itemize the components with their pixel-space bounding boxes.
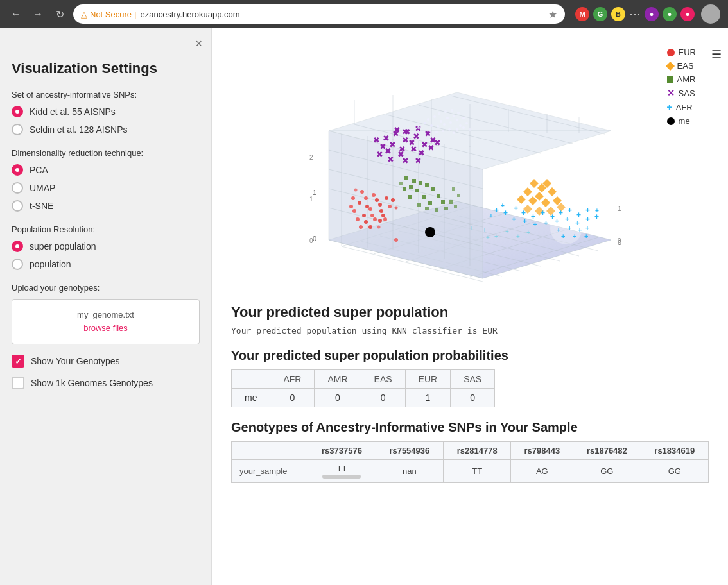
dim-radio-0[interactable] (12, 164, 23, 176)
snp-radio-0[interactable] (12, 106, 23, 117)
svg-point-113 (385, 196, 388, 200)
show-1k-checkbox[interactable] (12, 377, 24, 389)
url-text: ezancestry.herokuapp.com (140, 10, 239, 19)
snp-rs7554936: nan (376, 460, 443, 483)
svg-marker-152 (535, 192, 544, 201)
pop-radio-0[interactable] (12, 241, 23, 252)
svg-point-115 (368, 225, 372, 229)
bookmark-icon[interactable]: ★ (548, 8, 557, 21)
reload-button[interactable]: ↻ (51, 6, 68, 22)
prob-header-sas: SAS (451, 370, 495, 389)
svg-point-108 (356, 217, 360, 221)
snp-rs1876482: GG (573, 460, 641, 483)
back-button[interactable]: ← (8, 6, 24, 22)
dim-label-0: PCA (30, 165, 48, 175)
svg-point-70 (424, 122, 426, 124)
pop-option-0[interactable]: super population (12, 241, 200, 252)
svg-text:+: + (521, 208, 526, 217)
svg-text:0: 0 (309, 237, 313, 244)
show-genotypes-checkbox[interactable] (12, 355, 24, 368)
show-genotypes-label: Show Your Genotypes (31, 356, 120, 366)
snp-table-container[interactable]: rs3737576 rs7554936 rs2814778 rs798443 r… (231, 441, 709, 483)
svg-point-92 (438, 112, 440, 115)
svg-text:+: + (486, 234, 490, 241)
svg-text:+: + (541, 208, 545, 217)
svg-point-119 (391, 198, 395, 202)
svg-text:+: + (523, 217, 527, 226)
snp-radio-1[interactable] (12, 124, 23, 135)
svg-text:+: + (584, 232, 588, 240)
show-1k-checkbox-item[interactable]: Show 1k Genomes Genotypes (12, 377, 200, 389)
svg-text:✕: ✕ (380, 143, 385, 150)
svg-text:+: + (494, 206, 499, 215)
warning-icon: △ (81, 10, 87, 19)
dim-option-0[interactable]: PCA (12, 164, 200, 176)
forward-button[interactable]: → (30, 6, 46, 22)
afr-plus: + (667, 102, 672, 112)
afr-label: AFR (676, 103, 693, 112)
scroll-indicator[interactable] (322, 475, 361, 479)
dim-section-label: Dimensionality reduction technique: (12, 148, 200, 158)
snp-rs2814778: TT (444, 460, 511, 483)
browser-extension-icons: M G B ⋯ ● ● ● (575, 4, 720, 24)
svg-point-106 (370, 214, 374, 217)
snp-option-0[interactable]: Kidd et al. 55 AISNPs (12, 106, 200, 117)
browse-files-link[interactable]: browse files (83, 323, 128, 333)
svg-text:✕: ✕ (415, 157, 420, 164)
chart-menu-icon[interactable]: ☰ (711, 47, 722, 62)
dim-radio-2[interactable] (12, 200, 23, 212)
svg-text:+: + (503, 208, 508, 217)
svg-rect-137 (408, 195, 412, 199)
svg-point-78 (449, 121, 452, 124)
svg-rect-145 (452, 187, 455, 191)
svg-point-90 (465, 122, 468, 124)
prob-header-afr: AFR (270, 370, 315, 389)
probabilities-title: Your predicted super population probabil… (231, 348, 709, 363)
pop-label-0: super population (30, 241, 96, 251)
dim-label-2: t-SNE (30, 201, 53, 211)
more-extensions[interactable]: ⋯ (629, 7, 641, 21)
address-bar[interactable]: △ Not Secure | ezancestry.herokuapp.com … (73, 4, 565, 24)
dim-option-1[interactable]: UMAP (12, 182, 200, 194)
svg-point-81 (459, 124, 462, 127)
snp-header-rs2814778: rs2814778 (444, 442, 511, 460)
svg-point-73 (433, 115, 436, 118)
dim-radio-1[interactable] (12, 182, 23, 194)
prediction-text: Your predicted population using KNN clas… (231, 326, 709, 335)
show-genotypes-checkbox-item[interactable]: Show Your Genotypes (12, 355, 200, 368)
user-avatar[interactable] (701, 4, 720, 24)
svg-text:2: 2 (309, 154, 313, 161)
svg-text:✕: ✕ (428, 144, 433, 151)
file-upload-box: my_genome.txt browse files (12, 299, 200, 344)
snp-label-0: Kidd et al. 55 AISNPs (30, 106, 116, 117)
close-button[interactable]: × (195, 37, 202, 51)
svg-point-93 (444, 110, 447, 113)
pop-option-1[interactable]: population (12, 259, 200, 270)
snp-header-rs1876482: rs1876482 (573, 442, 641, 460)
svg-point-112 (349, 205, 353, 208)
svg-text:+: + (585, 206, 590, 215)
svg-rect-127 (409, 185, 413, 189)
svg-text:+: + (516, 233, 520, 240)
snp-option-1[interactable]: Seldin et al. 128 AISNPs (12, 124, 200, 135)
svg-point-122 (395, 207, 398, 210)
snp-row-label: your_sample (232, 460, 308, 483)
svg-text:✕: ✕ (411, 146, 416, 153)
svg-rect-141 (417, 203, 421, 207)
svg-rect-139 (444, 207, 448, 210)
pop-radio-1[interactable] (12, 259, 23, 270)
svg-text:+: + (533, 220, 537, 229)
eur-dot (667, 49, 675, 56)
svg-point-87 (456, 128, 458, 131)
svg-point-83 (448, 128, 451, 131)
svg-point-94 (451, 109, 453, 112)
svg-point-69 (417, 126, 420, 129)
svg-rect-142 (425, 207, 429, 210)
svg-text:0: 0 (618, 237, 621, 244)
svg-point-111 (381, 214, 385, 217)
svg-point-101 (375, 198, 379, 202)
svg-text:1: 1 (618, 205, 621, 212)
svg-point-100 (372, 193, 376, 197)
svg-text:+: + (526, 229, 530, 236)
dim-option-2[interactable]: t-SNE (12, 200, 200, 212)
